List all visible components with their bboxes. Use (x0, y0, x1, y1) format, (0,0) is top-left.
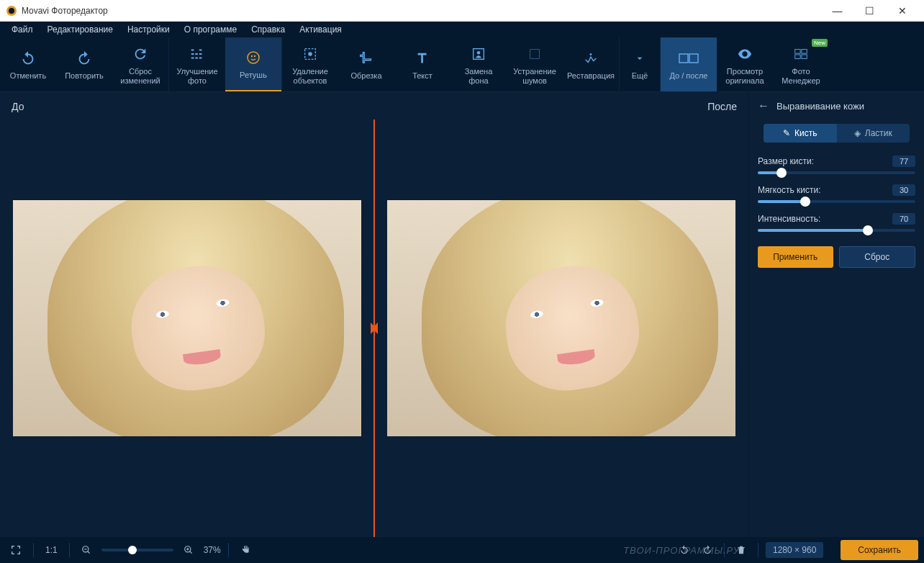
image-before[interactable] (13, 200, 361, 436)
rotate-right-button[interactable] (698, 542, 717, 558)
panel-title: Выравнивание кожи (776, 101, 864, 112)
reset-changes-button[interactable]: Сброс изменений (112, 37, 168, 91)
brush-intensity-track[interactable] (758, 229, 915, 232)
brush-eraser-toggle: ✎ Кисть ◈ Ластик (764, 124, 910, 143)
brush-soft-track[interactable] (758, 200, 915, 203)
text-button[interactable]: Текст (394, 37, 450, 91)
zoom-controls: 37% (77, 542, 221, 558)
delete-button[interactable] (732, 542, 751, 558)
enhance-button[interactable]: Улучшение фото (169, 37, 225, 91)
fullscreen-icon (10, 544, 22, 556)
retouch-icon (243, 48, 263, 68)
slider-thumb[interactable] (863, 225, 873, 235)
reset-icon (130, 44, 150, 64)
svg-point-6 (308, 53, 312, 57)
bg-replace-button[interactable]: Замена фона (450, 37, 507, 91)
brush-icon: ✎ (783, 128, 790, 138)
brush-intensity-slider: Интенсивность: 70 (758, 213, 915, 232)
remove-objects-icon (300, 44, 320, 64)
fullscreen-button[interactable] (6, 541, 26, 559)
split-divider[interactable] (373, 120, 375, 537)
bg-replace-icon (468, 44, 489, 64)
brush-size-value[interactable]: 77 (892, 156, 915, 167)
menu-help[interactable]: Справка (244, 22, 292, 37)
after-label: После (374, 92, 748, 121)
menu-file[interactable]: Файл (4, 22, 40, 37)
svg-point-1 (9, 8, 14, 14)
before-label: До (0, 92, 374, 121)
brush-softness-slider: Мягкость кисти: 30 (758, 184, 915, 203)
menubar: Файл Редактирование Настройки О программ… (0, 22, 924, 37)
brush-soft-value[interactable]: 30 (892, 184, 915, 196)
panel-reset-button[interactable]: Сброс (839, 246, 916, 268)
chevron-down-icon (630, 48, 650, 68)
retouch-panel: ← Выравнивание кожи ✎ Кисть ◈ Ластик Раз… (748, 92, 924, 537)
svg-point-2 (248, 52, 259, 63)
view-original-button[interactable]: Просмотр оригинала (717, 37, 773, 91)
eye-icon (735, 44, 755, 64)
photo-manager-icon (791, 44, 811, 64)
slider-thumb[interactable] (776, 168, 787, 178)
svg-point-3 (251, 55, 253, 57)
svg-point-4 (254, 55, 255, 57)
remove-objects-button[interactable]: Удаление объектов (282, 37, 338, 91)
brush-intensity-value[interactable]: 70 (892, 213, 915, 225)
slider-thumb[interactable] (800, 197, 810, 207)
svg-rect-14 (795, 55, 800, 59)
canvas-after: После (374, 92, 748, 537)
crop-icon (356, 48, 376, 68)
svg-rect-10 (679, 54, 688, 63)
brush-size-track[interactable] (758, 171, 915, 174)
menu-activation[interactable]: Активация (292, 22, 349, 37)
before-after-icon (679, 48, 699, 68)
panel-back-button[interactable]: ← (758, 99, 769, 112)
crop-button[interactable]: Обрезка (338, 37, 394, 91)
canvas-before: До (0, 92, 374, 537)
maximize-button[interactable]: ☐ (853, 0, 886, 21)
svg-rect-9 (530, 50, 540, 59)
toolbar: Отменить Повторить Сброс изменений Улучш… (0, 37, 924, 92)
new-badge: New (812, 39, 828, 47)
menu-settings[interactable]: Настройки (120, 22, 177, 37)
zoom-out-button[interactable] (77, 542, 96, 558)
app-icon (6, 5, 17, 17)
restore-icon (581, 48, 601, 68)
undo-icon (18, 48, 38, 68)
denoise-icon (525, 44, 545, 64)
photo-manager-button[interactable]: New Фото Менеджер (773, 37, 829, 91)
restore-button[interactable]: Реставрация (563, 37, 619, 91)
save-button[interactable]: Сохранить (841, 540, 918, 560)
close-button[interactable]: ✕ (886, 0, 918, 21)
image-after[interactable] (387, 200, 735, 436)
brush-option[interactable]: ✎ Кисть (764, 124, 837, 143)
eraser-option[interactable]: ◈ Ластик (837, 124, 910, 143)
minimize-button[interactable]: — (821, 0, 853, 21)
zoom-thumb[interactable] (128, 546, 137, 554)
rotate-left-button[interactable] (675, 542, 694, 558)
eraser-icon: ◈ (854, 128, 861, 138)
hand-tool-button[interactable] (236, 541, 256, 559)
menu-about[interactable]: О программе (177, 22, 244, 37)
fit-11-button[interactable]: 1:1 (41, 542, 62, 558)
undo-button[interactable]: Отменить (0, 37, 56, 91)
image-dimensions: 1280 × 960 (766, 542, 823, 558)
apply-button[interactable]: Применить (758, 246, 833, 268)
more-button[interactable]: Ещё (620, 37, 660, 91)
statusbar: 1:1 37% 1280 × 960 Сохранить (0, 537, 924, 563)
brush-size-slider: Размер кисти: 77 (758, 156, 915, 174)
text-icon (412, 48, 432, 68)
zoom-percent: 37% (204, 545, 221, 555)
enhance-icon (187, 44, 207, 64)
menu-edit[interactable]: Редактирование (40, 22, 120, 37)
zoom-slider[interactable] (101, 549, 173, 551)
svg-rect-11 (689, 54, 698, 63)
svg-rect-12 (795, 50, 800, 54)
denoise-button[interactable]: Устранение шумов (507, 37, 563, 91)
redo-icon (74, 48, 94, 68)
window-title: Movavi Фоторедактор (22, 6, 821, 16)
before-after-button[interactable]: До / после (661, 37, 717, 91)
redo-button[interactable]: Повторить (56, 37, 112, 91)
titlebar: Movavi Фоторедактор — ☐ ✕ (0, 0, 924, 22)
retouch-button[interactable]: Ретушь (225, 37, 281, 91)
zoom-in-button[interactable] (179, 542, 198, 558)
